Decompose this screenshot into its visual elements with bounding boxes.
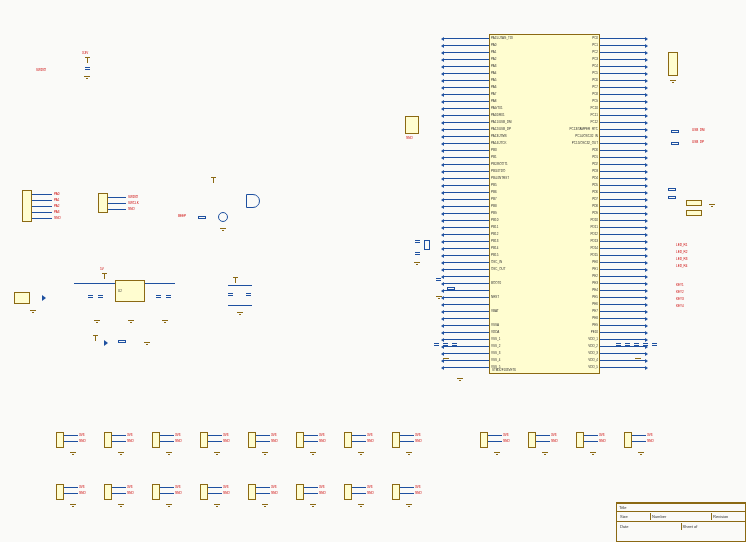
ic-pintext-left-5: PA4 [491,71,496,75]
hdr-net-J2-0: 3V3 [127,433,132,437]
ic-pintext-left-19: PB3/JTDO [491,169,505,173]
ic-arrow-right-19 [645,170,648,174]
header-J8 [392,432,400,448]
gnd-led-pwr [144,342,150,348]
net-usb-dp: USB_DP [692,140,704,144]
ic-pintext-left-12: PA11/USB_DM [491,120,511,124]
diode-d1 [42,295,46,301]
title-block: Title Size Number Revision Date Sheet of [616,502,746,542]
header-p2 [98,193,108,213]
ic-pintext-left-1: PA0 [491,43,496,47]
gnd-reg-3 [162,320,168,326]
ic-arrow-right-36 [645,289,648,293]
ic-wire-right-15 [600,143,645,144]
ic-pintext-left-26: PB10 [491,218,498,222]
ic-arrow-left-30 [441,247,444,251]
ic-arrow-left-23 [441,198,444,202]
ic-arrow-right-35 [645,282,648,286]
hdr-gnd-J11 [590,452,596,458]
hdr-net-J16-1: GND [223,491,230,495]
ic-wire-right-44 [600,346,645,347]
ic-pintext-left-18: PB2/BOOT1 [491,162,508,166]
hdr-net-J15-1: GND [175,491,182,495]
hdr-gnd-J7 [358,452,364,458]
hdr-wire-J4-0 [208,435,222,436]
ic-wire-left-6 [444,80,489,81]
ic-pintext-right-2: PC2 [592,50,598,54]
ic-pintext-right-35: PE3 [592,281,598,285]
header-J2 [104,432,112,448]
ic-pintext-right-3: PC3 [592,57,598,61]
ic-wire-right-46 [600,360,645,361]
ic-pintext-right-5: PC5 [592,71,598,75]
ic-wire-right-33 [600,269,645,270]
ic-wire-left-36 [444,290,489,291]
ic-pintext-right-4: PC4 [592,64,598,68]
ic-pintext-right-8: PC8 [592,92,598,96]
hdr-net-J20-0: 3V3 [415,485,420,489]
hdr-wire-J6-1 [304,441,318,442]
hdr-net-J10-1: GND [551,439,558,443]
ic-wire-right-35 [600,283,645,284]
hdr-net-J9-1: GND [503,439,510,443]
ic-arrow-left-16 [441,149,444,153]
hdr-wire-J18-1 [304,493,318,494]
hdr-net-J8-1: GND [415,439,422,443]
ic-arrow-right-42 [645,331,648,335]
ic-wire-right-32 [600,262,645,263]
hdr-gnd-J8 [406,452,412,458]
ic-pintext-right-28: PD12 [590,232,598,236]
hdr-wire-J13-1 [64,493,78,494]
ic-pintext-right-44: VDD_2 [588,344,598,348]
ic-wire-left-44 [444,346,489,347]
ic-wire-left-35 [444,283,489,284]
ic-pintext-right-45: VDD_3 [588,351,598,355]
ic-arrow-right-11 [645,114,648,118]
hdr-net-J12-0: 3V3 [647,433,652,437]
pwr-buzzer [213,177,214,183]
ic-arrow-right-3 [645,58,648,62]
gnd-buzzer [220,228,226,234]
ic-wire-left-4 [444,66,489,67]
hdr-wire-J2-1 [112,441,126,442]
ic-arrow-left-41 [441,324,444,328]
ic-arrow-left-33 [441,268,444,272]
ic-wire-right-20 [600,178,645,179]
pwr-cap-std [235,277,236,283]
ic-wire-left-38 [444,304,489,305]
ic-arrow-left-7 [441,86,444,90]
hdr-wire-J12-0 [632,435,646,436]
ic-arrow-right-25 [645,212,648,216]
ic-wire-right-4 [600,66,645,67]
power-connector [14,292,30,304]
ic-wire-right-6 [600,80,645,81]
hdr-net-J2-1: GND [127,439,134,443]
hdr-net-J3-0: 3V3 [175,433,180,437]
hdr-wire-J9-0 [488,435,502,436]
ic-wire-left-24 [444,206,489,207]
hdr-wire-J17-1 [256,493,270,494]
ic-pintext-left-30: PB14 [491,246,498,250]
ic-pintext-right-31: PD15 [590,253,598,257]
cap-vdda-1 [436,340,437,348]
ic-arrow-left-35 [441,282,444,286]
header-J12 [624,432,632,448]
ic-pintext-right-41: PE9 [592,323,598,327]
ic-arrow-right-20 [645,177,648,181]
ic-arrow-right-7 [645,86,648,90]
ic-wire-right-17 [600,157,645,158]
gnd-cap-std [237,312,243,318]
crystal-8mhz [424,240,430,250]
res-usb-2 [671,142,679,145]
cap-xtal-1 [417,237,418,245]
ic-arrow-right-9 [645,100,648,104]
ic-pintext-right-42: PE10 [591,330,598,334]
ic-wire-right-27 [600,227,645,228]
ic-pintext-left-32: OSC_IN [491,260,502,264]
ic-arrow-right-39 [645,310,648,314]
gnd-reg-1 [94,320,100,326]
ic-pintext-right-22: PD6 [592,190,598,194]
ic-wire-left-23 [444,199,489,200]
ic-wire-right-22 [600,192,645,193]
ic-pintext-right-34: PE2 [592,274,598,278]
